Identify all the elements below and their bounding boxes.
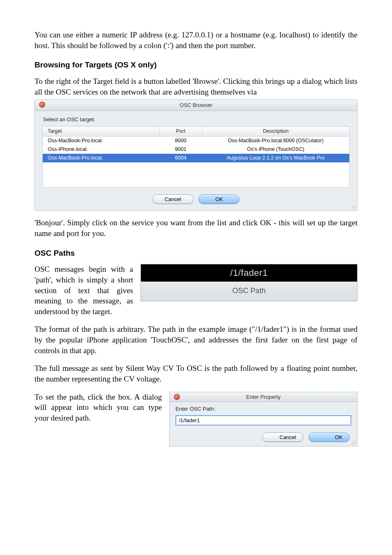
table-blank [43,162,349,187]
osc-browser-table: Target Port Description Oss-MacBook-Pro.… [42,126,350,187]
cancel-button[interactable]: Cancel [262,432,303,442]
osc-browser-title: OSC Browser [180,102,212,108]
paragraph-osc-paths-1: OSC messages begin with a 'path', which … [35,264,133,317]
osc-browser-prompt: Select an OSC target: [43,116,350,123]
resize-grip-icon[interactable] [350,204,356,209]
osc-path-value: /1/fader1 [141,264,357,282]
osc-browser-dialog: OSC Browser Select an OSC target: Target… [35,99,357,211]
osc-path-label: OSC Path [141,282,357,301]
enter-property-label: Enter OSC Path: [175,405,351,413]
paragraph-osc-paths-3: The full message as sent by Silent Way C… [35,363,357,384]
ok-button[interactable]: OK [309,432,350,442]
osc-browser-titlebar: OSC Browser [35,100,357,111]
cell-desc: Os's iPhone (TouchOSC) [202,145,349,154]
osc-path-display[interactable]: /1/fader1 OSC Path [141,264,357,301]
paragraph-intro2: To the right of the Target field is a bu… [35,76,357,97]
enter-property-title: Enter Property [246,394,281,400]
resize-grip-icon[interactable] [350,439,356,445]
col-port[interactable]: Port [159,127,202,136]
table-row[interactable]: Oss-MacBook-Pro.local. 6004 Augustus Loo… [43,154,349,162]
cell-target: Oss-MacBook-Pro.local. [43,136,159,145]
heading-browsing: Browsing for Targets (OS X only) [35,60,357,70]
enter-property-titlebar: Enter Property [170,392,357,402]
close-icon[interactable] [39,102,45,108]
enter-property-dialog: Enter Property Enter OSC Path: Cancel OK [169,392,357,447]
paragraph-after-browser: 'Bonjour'. Simply click on the service y… [35,217,357,238]
table-row[interactable]: Oss-MacBook-Pro.local. 8000 Oss-MacBook-… [43,136,349,145]
cell-port: 8000 [159,136,202,145]
paragraph-intro1: You can use either a numeric IP address … [35,30,357,51]
heading-osc-paths: OSC Paths [35,248,357,259]
ok-button[interactable]: OK [198,194,240,204]
col-target[interactable]: Target [43,127,159,136]
col-description[interactable]: Description [202,127,349,136]
cell-target: Oss-iPhone.local. [43,145,159,154]
svg-line-5 [355,444,355,444]
paragraph-osc-paths-2: The format of the path is arbitrary. The… [35,324,357,356]
cell-target: Oss-MacBook-Pro.local. [43,154,159,162]
cell-port: 6004 [159,154,202,162]
table-row[interactable]: Oss-iPhone.local. 9001 Os's iPhone (Touc… [43,145,349,154]
cell-desc: Oss-MacBook-Pro.local:8000 (OSCulator) [202,136,349,145]
cancel-button[interactable]: Cancel [152,194,194,204]
close-icon[interactable] [174,394,180,400]
svg-line-2 [355,208,355,209]
osc-path-input[interactable] [175,415,351,426]
paragraph-osc-paths-4: To set the path, click the box. A dialog… [35,392,162,423]
cell-desc: Augustus Loop 2.1.2 on Os's MacBook Pro [202,154,349,162]
cell-port: 9001 [159,145,202,154]
